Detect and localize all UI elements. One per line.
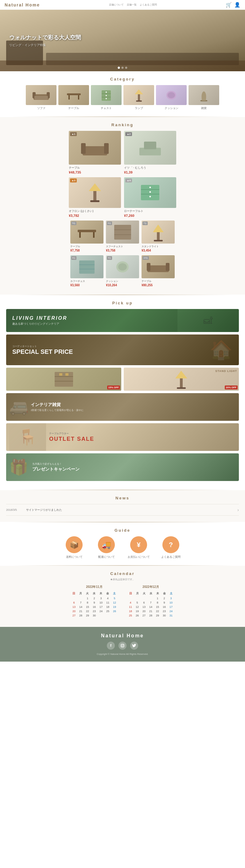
ranking-name-1: テーブル bbox=[69, 166, 121, 170]
svg-point-10 bbox=[105, 92, 107, 93]
ranking-item-1[interactable]: ▲1 テーブル ¥48,735 bbox=[69, 131, 121, 174]
cal-cell: 2 bbox=[161, 596, 167, 600]
calendar-note: ★赤丸は定休日です。 bbox=[6, 578, 239, 581]
category-img-sofa bbox=[26, 85, 57, 105]
ranking-img-9: 9位 bbox=[106, 255, 139, 278]
cal-dec-th-mon: 月 bbox=[134, 591, 141, 596]
instagram-icon[interactable] bbox=[119, 642, 126, 650]
ranking-img-1: ▲1 bbox=[69, 131, 121, 165]
hero-main-text: ウォルナットで彩る大人空間 bbox=[9, 34, 81, 41]
ranking-item-2[interactable]: ▲2 イツ゛・むしろう ¥1,39 bbox=[124, 131, 176, 174]
cal-cell: 23 bbox=[91, 609, 98, 613]
nav-stores[interactable]: 店舗一覧 bbox=[127, 3, 136, 6]
ranking-item-8[interactable]: 8位 カフーチェス ¥3,560 bbox=[70, 255, 103, 287]
svg-rect-25 bbox=[93, 191, 96, 202]
hero-text-overlay: ウォルナットで彩る大人空間 リビング・インテリア特集 bbox=[9, 34, 81, 47]
rank-badge-10: 10位 bbox=[143, 256, 149, 260]
cal-cell bbox=[134, 596, 141, 600]
svg-rect-47 bbox=[147, 266, 169, 272]
cal-cell: 28 bbox=[78, 613, 84, 618]
calendar-title: Calendar bbox=[6, 566, 239, 578]
user-icon[interactable]: 👤 bbox=[234, 2, 240, 8]
table-row: 25 26 27 28 29 30 31 bbox=[127, 613, 174, 618]
cal-cell: 25 bbox=[127, 613, 134, 618]
pickup-stand-label: STAND LIGHT bbox=[215, 370, 237, 373]
pickup-special-text: SPECIAL SET PRICE bbox=[12, 348, 73, 355]
category-item-chest[interactable]: チェスト bbox=[91, 85, 122, 110]
category-item-goods[interactable]: 雑貨 bbox=[188, 85, 219, 110]
table-row: 11 12 13 14 15 16 17 bbox=[127, 605, 174, 609]
ranking-item-5[interactable]: 5位 テーブル ¥7,758 bbox=[70, 220, 103, 252]
svg-rect-26 bbox=[90, 200, 99, 202]
table-row: 6 7 8 9 10 11 12 bbox=[71, 600, 118, 605]
guide-item-delivery[interactable]: 🚚 配達について bbox=[93, 536, 120, 559]
guide-icon-payment: ¥ bbox=[130, 536, 147, 553]
svg-rect-35 bbox=[93, 232, 95, 238]
twitter-icon[interactable] bbox=[130, 642, 138, 650]
ranking-item-6[interactable]: 6位 スフーチェスト ¥3,758 bbox=[106, 220, 139, 252]
pickup-lamp-item[interactable]: STAND LIGHT 20% OFF bbox=[124, 368, 239, 391]
svg-point-46 bbox=[118, 263, 127, 271]
category-title: Category bbox=[6, 71, 239, 85]
guide-item-faq[interactable]: ? よくあるご質問 bbox=[157, 536, 185, 559]
ranking-item-4[interactable]: ▲4 ローテーフルト ¥7,260 bbox=[124, 177, 176, 217]
pickup-chest-item[interactable]: 15% OFF bbox=[6, 368, 121, 391]
cal-cell: 28 bbox=[147, 613, 154, 618]
pickup-outlet-banner[interactable]: 🪑 テーブルアウター OUTLET SALE bbox=[6, 423, 239, 451]
pickup-living-banner[interactable]: 🛋 LIVING INTERIOR 趣ある家づくりのリビングインテリア bbox=[6, 309, 239, 332]
ranking-img-8: 8位 bbox=[70, 255, 103, 278]
svg-rect-53 bbox=[59, 373, 62, 376]
pickup-present-banner[interactable]: 🎁 当月購入で必ずもらえる！ プレゼントキャンペーン bbox=[6, 453, 239, 481]
ranking-item-9[interactable]: 9位 クッション ¥10,264 bbox=[106, 255, 139, 287]
guide-item-payment[interactable]: ¥ お支払いについて bbox=[125, 536, 153, 559]
ranking-name-7: スタンドライト bbox=[142, 245, 175, 248]
hero-dots bbox=[118, 67, 127, 69]
hero-dot-2[interactable] bbox=[122, 67, 124, 69]
rank-badge-2: ▲2 bbox=[125, 132, 132, 136]
category-img-chest bbox=[91, 85, 122, 105]
svg-marker-55 bbox=[175, 371, 187, 378]
category-item-sofa[interactable]: ソファ bbox=[26, 85, 57, 110]
guide-label-delivery: 配達について bbox=[93, 555, 120, 559]
news-item-1[interactable]: 2018/3/5 サイトマージリがりましれた › bbox=[6, 504, 239, 516]
cal-cell: 5 bbox=[134, 600, 141, 605]
category-item-table[interactable]: テーブル bbox=[58, 85, 89, 110]
calendar-dec: 2022年12月 日 月 火 水 木 金 土 bbox=[127, 585, 174, 618]
cal-cell: 10 bbox=[167, 600, 174, 605]
category-item-lamp[interactable]: ランプ bbox=[123, 85, 154, 110]
cal-cell: 20 bbox=[141, 609, 147, 613]
svg-rect-50 bbox=[55, 372, 73, 387]
cal-cell: 26 bbox=[134, 613, 141, 618]
rank-badge-8: 8位 bbox=[71, 256, 76, 260]
nav-about[interactable]: 店舗について bbox=[109, 3, 124, 6]
cal-th-fri: 金 bbox=[104, 591, 111, 596]
cal-cell: 13 bbox=[141, 605, 147, 609]
hero-dot-3[interactable] bbox=[125, 67, 127, 69]
cal-cell: 18 bbox=[127, 609, 134, 613]
ranking-item-10[interactable]: 10位 テーブル ¥80,255 bbox=[142, 255, 175, 287]
category-label-cushion: クッション bbox=[156, 106, 187, 110]
table-row: 27 28 29 30 bbox=[71, 613, 118, 618]
svg-rect-36 bbox=[114, 225, 131, 240]
ranking-img-6: 6位 bbox=[106, 220, 139, 244]
cart-icon[interactable]: 🛒 bbox=[226, 2, 232, 8]
nav-faq-header[interactable]: よくあるご質問 bbox=[140, 3, 157, 6]
svg-rect-3 bbox=[34, 96, 48, 99]
facebook-icon[interactable]: f bbox=[107, 642, 115, 650]
pickup-special-subtitle: コーディネートセット bbox=[12, 345, 73, 348]
cal-dec-th-sun: 日 bbox=[127, 591, 134, 596]
ranking-name-2: イツ゛・むしろう bbox=[124, 166, 176, 170]
pickup-special-banner[interactable]: 🏠 コーディネートセット SPECIAL SET PRICE bbox=[6, 335, 239, 365]
ranking-item-3[interactable]: ▲3 オフロン (はくさい) ¥3,782 bbox=[69, 177, 121, 217]
site-footer: Natural Home f Copyright © Natural Home … bbox=[0, 627, 245, 661]
pickup-interior-banner[interactable]: 🚐 インテリア雑貨 2部屋で彩る置くらしで居場所が増える・楽やに bbox=[6, 393, 239, 421]
ranking-row-3: 5位 テーブル ¥7,758 6位 スフーチェスト ¥3,758 7位 スタンド… bbox=[6, 220, 239, 252]
guide-icon-faq: ? bbox=[162, 536, 179, 553]
category-item-cushion[interactable]: クッション bbox=[156, 85, 187, 110]
guide-item-shipping[interactable]: 📦 送料について bbox=[60, 536, 88, 559]
svg-point-31 bbox=[150, 191, 151, 193]
hero-dot-1[interactable] bbox=[118, 67, 120, 69]
cal-cell: 26 bbox=[111, 609, 118, 613]
ranking-item-7[interactable]: 7位 スタンドライト ¥3,454 bbox=[142, 220, 175, 252]
ranking-name-5: テーブル bbox=[70, 245, 103, 248]
